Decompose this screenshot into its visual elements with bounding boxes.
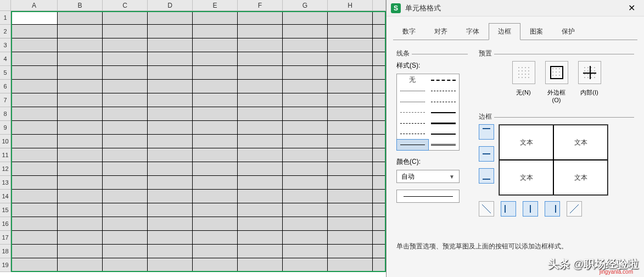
col-header-E[interactable]: E [193,0,238,11]
cell[interactable] [238,80,283,93]
cell[interactable] [283,25,328,38]
cell[interactable] [58,176,103,190]
cell[interactable] [238,11,283,25]
col-header-B[interactable]: B [58,0,103,11]
cell[interactable] [148,162,193,176]
cell[interactable] [103,38,148,52]
cell[interactable] [148,107,193,121]
cell[interactable] [11,135,58,148]
row-header[interactable]: 8 [0,107,11,121]
cell[interactable] [193,203,238,217]
cell[interactable] [238,162,283,176]
cell[interactable] [148,245,193,258]
cell[interactable] [283,93,328,107]
row-header[interactable]: 4 [0,52,11,66]
cell[interactable] [328,25,373,38]
cell[interactable] [11,176,58,190]
cell[interactable] [58,231,103,245]
cell[interactable] [238,148,283,162]
cell[interactable] [58,11,103,25]
cell[interactable] [148,231,193,245]
tab-border[interactable]: 边框 [489,23,520,40]
cell[interactable] [328,245,373,258]
cell[interactable] [103,190,148,203]
cell[interactable] [238,93,283,107]
tab-number[interactable]: 数字 [393,23,425,40]
cell[interactable] [283,66,328,80]
cell[interactable] [103,231,148,245]
row-header[interactable]: 5 [0,66,11,80]
cell[interactable] [58,190,103,203]
cell[interactable] [283,11,328,25]
cell[interactable] [193,121,238,135]
cell[interactable] [58,245,103,258]
cell[interactable] [193,176,238,190]
cell[interactable] [283,217,328,231]
row-header[interactable]: 10 [0,135,11,148]
cell[interactable] [193,52,238,66]
cell[interactable] [193,80,238,93]
cell[interactable] [148,80,193,93]
cell[interactable] [328,135,373,148]
cell[interactable] [103,258,148,272]
cell[interactable] [103,52,148,66]
cell[interactable] [103,176,148,190]
cell[interactable] [11,25,58,38]
cell[interactable] [373,66,386,80]
cell[interactable] [11,52,58,66]
row-header[interactable]: 1 [0,11,11,25]
border-diag-down-button[interactable] [567,201,582,217]
active-cell[interactable] [11,11,58,25]
cell[interactable] [148,258,193,272]
cell[interactable] [373,25,386,38]
cell[interactable] [328,217,373,231]
row-header[interactable]: 3 [0,38,11,52]
cell[interactable] [283,231,328,245]
cell[interactable] [328,231,373,245]
cell[interactable] [373,231,386,245]
cell[interactable] [373,203,386,217]
cell[interactable] [283,80,328,93]
cell[interactable] [373,162,386,176]
cell[interactable] [283,162,328,176]
row-header[interactable]: 11 [0,148,11,162]
cell[interactable] [373,38,386,52]
cell[interactable] [328,107,373,121]
style-dashdotdot[interactable] [428,86,460,97]
cell[interactable] [58,25,103,38]
cell[interactable] [148,52,193,66]
cell[interactable] [373,258,386,272]
cell[interactable] [103,148,148,162]
cell[interactable] [283,38,328,52]
cell[interactable] [193,217,238,231]
cell[interactable] [58,121,103,135]
cell[interactable] [58,148,103,162]
cell[interactable] [58,162,103,176]
cell[interactable] [148,176,193,190]
style-dash-thick[interactable] [428,97,460,108]
cell[interactable] [193,162,238,176]
cell[interactable] [238,203,283,217]
cell[interactable] [238,217,283,231]
col-header-I[interactable] [373,0,386,11]
tab-pattern[interactable]: 图案 [520,23,552,40]
row-header[interactable]: 2 [0,25,11,38]
cell[interactable] [103,162,148,176]
cell[interactable] [328,11,373,25]
style-dot2[interactable] [397,97,428,108]
preset-inner-button[interactable] [578,61,601,84]
cell[interactable] [193,25,238,38]
cell[interactable] [103,203,148,217]
cell[interactable] [58,93,103,107]
cell[interactable] [103,80,148,93]
row-header[interactable]: 16 [0,217,11,231]
cell[interactable] [193,66,238,80]
cell[interactable] [373,93,386,107]
cell[interactable] [238,25,283,38]
cell[interactable] [58,38,103,52]
cell[interactable] [58,135,103,148]
style-none[interactable]: 无 [397,74,428,86]
dialog-titlebar[interactable]: S 单元格格式 ✕ [387,0,644,16]
cell[interactable] [238,245,283,258]
cell[interactable] [328,148,373,162]
